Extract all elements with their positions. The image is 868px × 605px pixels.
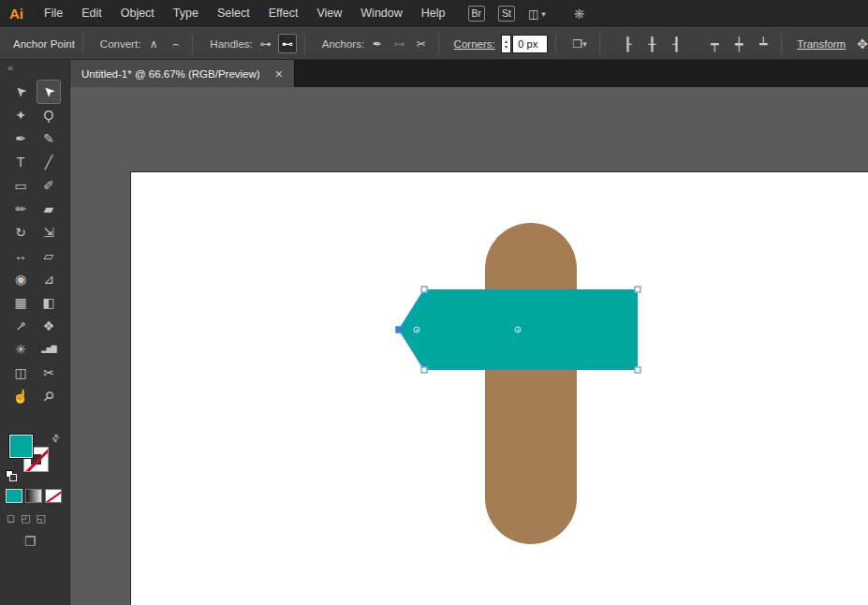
hand-tool-icon: ☝ [12, 390, 28, 403]
align-vertical-center-button[interactable]: ┿ [728, 34, 749, 53]
divider [82, 34, 83, 54]
menu-help[interactable]: Help [412, 0, 455, 27]
stock-button[interactable]: St [498, 6, 515, 22]
none-button[interactable] [45, 489, 62, 503]
swap-fill-stroke-icon[interactable]: ⇄ [49, 432, 62, 445]
connect-endpoints-button[interactable]: ⊶ [390, 34, 409, 53]
workspace-switcher[interactable]: ◫ ▾ [528, 7, 546, 21]
align-horizontal-center-button[interactable]: ╂ [641, 34, 662, 53]
convert-to-corner-button[interactable]: ∧ [144, 34, 163, 53]
shape-builder-tool[interactable]: ◉ [9, 268, 32, 290]
convert-to-smooth-button[interactable]: ⌢ [167, 34, 185, 53]
align-vertical-bottom-button[interactable]: ┷ [753, 34, 773, 53]
app-logo: Ai [9, 6, 23, 22]
collapse-panel-icon[interactable]: « [0, 60, 69, 75]
document-icon: ❒ [573, 37, 583, 51]
zoom-tool[interactable]: ⚲ [37, 385, 60, 407]
eyedropper-tool[interactable]: ⊸ [9, 315, 32, 337]
blend-tool[interactable]: ❖ [37, 315, 60, 337]
menu-view[interactable]: View [307, 0, 351, 27]
mesh-tool[interactable]: ▦ [9, 291, 32, 314]
artboard-tool-icon: ◫ [14, 366, 26, 379]
menu-select[interactable]: Select [208, 0, 259, 27]
type-tool[interactable]: T [9, 151, 32, 173]
selection-handle-top-right[interactable] [635, 287, 641, 293]
paintbrush-tool[interactable]: ✐ [37, 174, 60, 197]
selection-handle-bottom-left[interactable] [421, 367, 428, 374]
anchors-label: Anchors: [322, 38, 364, 50]
hand-tool[interactable]: ☝ [9, 385, 32, 407]
scale-tool-icon: ⇲ [43, 226, 54, 239]
transform-link[interactable]: Transform [797, 38, 846, 50]
canvas-area[interactable] [70, 87, 868, 605]
screen-mode-icon[interactable]: ❐ [24, 534, 37, 549]
line-segment-tool[interactable]: ╱ [37, 151, 60, 173]
color-button[interactable] [6, 489, 22, 503]
selected-anchor-point[interactable] [396, 327, 403, 333]
divider [438, 34, 439, 54]
hide-handles-button[interactable]: ⊷ [278, 34, 297, 53]
menu-file[interactable]: File [35, 0, 72, 27]
free-transform-tool[interactable]: ▱ [37, 244, 60, 267]
fill-swatch[interactable] [8, 434, 34, 459]
gradient-button[interactable] [25, 489, 42, 503]
width-tool[interactable]: ↔ [9, 244, 32, 267]
align-horizontal-left-button[interactable]: ┠ [617, 34, 638, 53]
isolate-options-icon[interactable]: ✥ [857, 37, 868, 52]
perspective-grid-tool[interactable]: ⊿ [37, 268, 60, 290]
draw-inside-icon[interactable]: ◱ [37, 512, 46, 524]
corners-stepper[interactable]: ▴ ▾ [501, 35, 512, 53]
rotate-tool[interactable]: ↻ [9, 221, 32, 243]
selection-handle-bottom-right[interactable] [635, 367, 641, 374]
anchor-center-indicator [414, 327, 420, 333]
curvature-tool-icon: ✎ [43, 132, 54, 145]
draw-behind-icon[interactable]: ◰ [21, 512, 30, 524]
menu-window[interactable]: Window [351, 0, 411, 27]
column-graph-tool[interactable]: ▂▅▇ [37, 338, 60, 361]
brown-capsule-shape[interactable] [485, 223, 577, 544]
selection-tool-icon: ➤ [12, 83, 29, 100]
selection-tool[interactable]: ➤ [9, 81, 32, 103]
horizontal-align-group: ┠╂┨ [613, 34, 686, 53]
cut-path-button[interactable]: ✂ [412, 34, 431, 53]
pen-tool[interactable]: ✒ [9, 127, 32, 150]
menu-edit[interactable]: Edit [72, 0, 111, 27]
stepper-down-icon[interactable]: ▾ [505, 44, 508, 50]
rectangle-tool[interactable]: ▭ [9, 174, 32, 197]
close-icon[interactable]: × [275, 67, 283, 81]
show-handles-button[interactable]: ⊶ [257, 34, 275, 53]
corners-input[interactable]: 0 px [512, 35, 548, 53]
magic-wand-tool[interactable]: ✦ [9, 104, 32, 126]
document-setup-dropdown[interactable]: ❒ ▾ [567, 34, 593, 53]
default-fill-stroke-icon[interactable] [6, 470, 18, 482]
remove-anchor-button[interactable]: ✒ [368, 34, 387, 53]
draw-normal-icon[interactable]: ◻ [7, 512, 15, 524]
align-horizontal-right-button[interactable]: ┨ [666, 34, 686, 53]
mesh-tool-icon: ▦ [14, 296, 26, 309]
scale-tool[interactable]: ⇲ [37, 221, 60, 243]
direct-selection-tool[interactable]: ➤ [37, 81, 60, 103]
menu-effect[interactable]: Effect [259, 0, 308, 27]
symbol-sprayer-tool[interactable]: ✳ [9, 338, 32, 361]
touch-workspace-icon[interactable]: ❋ [574, 7, 585, 22]
artboard-tool[interactable]: ◫ [9, 362, 32, 384]
bridge-button[interactable]: Br [468, 6, 486, 22]
corners-link[interactable]: Corners: [454, 38, 495, 50]
curvature-tool[interactable]: ✎ [37, 127, 60, 150]
align-vertical-top-button[interactable]: ┯ [704, 34, 725, 53]
shaper-tool[interactable]: ✏ [9, 198, 32, 220]
gradient-tool[interactable]: ◧ [37, 291, 60, 314]
default-stroke-mini [9, 474, 17, 481]
document-tab[interactable]: Untitled-1* @ 66.67% (RGB/Preview) × [70, 60, 295, 87]
lasso-tool[interactable]: Ϙ [37, 104, 60, 126]
eraser-tool[interactable]: ▰ [37, 198, 60, 220]
type-tool-icon: T [17, 155, 25, 169]
divider [555, 34, 556, 54]
slice-tool[interactable]: ✂ [37, 362, 60, 384]
menu-type[interactable]: Type [164, 0, 208, 27]
selection-handle-top-left[interactable] [421, 287, 428, 293]
eraser-tool-icon: ▰ [44, 202, 54, 215]
shaper-tool-icon: ✏ [15, 202, 26, 215]
divider [781, 34, 782, 54]
menu-object[interactable]: Object [111, 0, 164, 27]
